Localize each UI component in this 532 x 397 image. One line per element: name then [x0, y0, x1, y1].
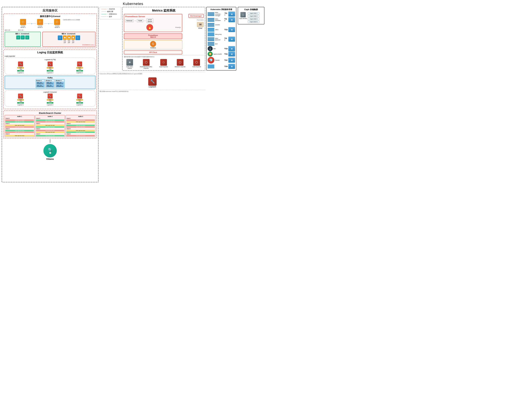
node7-icon: ▦ [228, 58, 235, 63]
logstash-big-icon: 🔧 [148, 77, 157, 86]
node8-server-icon [208, 64, 214, 68]
fluentd-annotation: 通过采集Kubernetes Node节点上的所有容器日志 [99, 90, 205, 92]
logstash-cons-icon-2: 🔧 [48, 93, 53, 99]
push-alerts-label: Push Alerts [197, 19, 204, 21]
ceph-exporter-label: Ceph-Exporter [159, 66, 168, 68]
service-icon-1: ⬡ [16, 35, 20, 39]
ceph-osd-1: Ceph OSD 1 [248, 12, 260, 14]
node5-icon: ▦ [228, 46, 235, 51]
prometheus-server-title: Prometheus Server [125, 15, 181, 18]
scheduler-label: kube-scheduler [215, 18, 224, 21]
right-area: Kubernetes 系统服务容器 kube-controller-manage… [206, 7, 264, 70]
prometheus-webui-title: PrometheusWeb UI [148, 34, 158, 38]
alertmanager-box: Alertmanager [188, 14, 204, 18]
consul-icon-3: ⬡ [54, 19, 60, 25]
consul-label-1: ConsulServer 1 [21, 25, 25, 28]
node-exporter-icon: ⬡ [193, 59, 200, 66]
doc-icon-3: 📄 [71, 35, 75, 40]
node5-label: 节点5 [224, 48, 228, 50]
legend-label-2: 服务注册 [107, 11, 113, 13]
es-node-3: node 3 shard 1 Index app1-dev-day1 Index… [66, 115, 96, 137]
metrics-left-col: Prometheus Server Retrieval → TSDB → HTT… [124, 14, 182, 54]
logstash-icon-2: 🔧 [48, 62, 53, 67]
n2-s2-i1: Index app1-dev-day1 [36, 130, 64, 131]
logstash-input-2: Input [47, 67, 54, 68]
kafka-broker-2: Broker 2 Topic: log(Partition-0L) Topic:… [46, 79, 55, 88]
redis-kafka-label: Redis/MySQL/Kafka-Exporter [140, 66, 152, 69]
broker-1-title: Broker 1 [36, 80, 44, 81]
logstash-cons-input-2: Input [47, 99, 54, 101]
consul-label-3: ConsulServer 3 [54, 25, 60, 28]
logstash-cons-2: 🔧 Input ↓ filter Output Logstash 2 [47, 93, 54, 105]
ceph-layout: ⬡ Ceph Monitor Ceph OSD 1 Ceph OSD 2 Cep… [239, 12, 263, 23]
ceph-osd-2: Ceph OSD 2 [248, 15, 260, 17]
ceph-title: Ceph 存储集群 [239, 8, 263, 11]
n2-s1-i2: Index app1-dev-day2 [36, 126, 64, 128]
logstash-icon-3: 🔧 [77, 62, 82, 67]
logstash-cons-output-3: Output [76, 102, 83, 104]
k8s-webhook-annotation: Kubernetes APIServer将警告日志通过回调发送Webhook l… [99, 72, 205, 75]
logstash-output-3: Output [76, 70, 83, 72]
kafka-broker-3: Broker 3 Topic: log(Partition-1F) Topic:… [55, 79, 65, 88]
broker-2-title: Broker 2 [46, 80, 54, 81]
node4-icon: ▦ [228, 37, 235, 42]
es-nodes-row: node 1 shard 0 Index app1-dev-day1 Index… [5, 115, 96, 137]
ceph-exporter-node: ⬡ Ceph-Exporter [159, 59, 168, 69]
k8s-row-etcd: etcd [208, 42, 235, 46]
ceph-monitor-label: Ceph Monitor [239, 18, 247, 19]
n1-s3-i1: Index app1-dev-day1 [5, 130, 34, 131]
tiller-icon: ⚓ [208, 46, 213, 51]
node6-label: 节点6 [224, 53, 228, 55]
n2-s0-i1: Index app1-dev-day1 [36, 119, 64, 121]
prometheus-pipeline: Retrieval → TSDB → HTTPServer [125, 18, 181, 23]
n3-s3-i2: Index app1-dev-day2 [66, 131, 95, 133]
controller-label: kube-controller-manager [215, 12, 224, 17]
n2-s0-i2: Index app1-dev-day2 [36, 121, 64, 123]
logstash-center-node: 🔧 Logstash [148, 77, 157, 88]
consul-icon-1: ⬡ [20, 19, 26, 25]
consumer-title: Logstash Consumer [6, 91, 94, 93]
node4-label: 节点4 [224, 37, 228, 41]
ceph-exporter-icon: ⬡ [160, 59, 167, 66]
consul-label-2: ConsulServer 2 [37, 25, 42, 28]
log4j-label: Log4j Appender [5, 55, 96, 57]
consul-note: ①发现注册到consul上的服务 [63, 19, 80, 28]
project-b-title: 项目 B（Contained） [43, 33, 95, 35]
n2-s4-i1: Index app1-dev-day2 [36, 135, 64, 136]
k8s-nodes-panel: Kubernetes 系统服务容器 kube-controller-manage… [206, 7, 236, 70]
ceph-panel: Ceph 存储集群 ⬡ Ceph Monitor Ceph OSD 1 Ceph… [238, 7, 264, 25]
k8s-row-coredns: coredns [208, 23, 235, 27]
grafana-icon: G [150, 41, 156, 47]
broker-1-topic-1: Topic: log(Partition-2L) [36, 82, 44, 84]
legend-item-4: → 监控 [101, 16, 119, 18]
calico-label: calico [215, 29, 218, 31]
pipeline-arrow-1: → [134, 19, 136, 22]
metrics-area: → 日志方向 ○ 服务注册 → 拉取Metrics → 监控 [99, 7, 205, 71]
node2-label: 节点2 [224, 18, 228, 21]
tiller-label: tiller [213, 48, 216, 50]
kafka-title: Kafka [6, 77, 95, 79]
logstash-cons-output-1: Output [17, 102, 24, 104]
ingress-label: ingress-traefik [213, 53, 222, 55]
service-icon-b1: ⬡ [58, 35, 62, 40]
page-title: Kubernetes [0, 0, 266, 7]
es-node-2-title: node 2 [36, 116, 64, 117]
project-a-services: ⬡ ⬡ ⬡ [6, 35, 40, 39]
prometheus-bottom: 🔥 PromQL [125, 24, 181, 31]
left-panel: 应用服务区 服务注册中心Consul ⬡ ConsulServer 1 ● ⬡ … [2, 7, 98, 182]
es-node-1: node 1 shard 0 Index app1-dev-day1 Index… [5, 115, 35, 137]
tsdb-box: TSDB [137, 19, 143, 22]
service-register-label: 服务注册 ↑ 服务注册 ↑ [5, 29, 96, 31]
node3-icon: ▦ [228, 27, 235, 32]
pipeline-arrow-2: → [144, 19, 146, 22]
n1-s0-i1: Index app1-dev-day1 [5, 119, 34, 121]
kube-state-icon: ☸ [126, 59, 133, 66]
broker-2-topic-1: Topic: log(Partition-0L) [46, 82, 54, 84]
kube-state-metrics-node: ☸ kube-state-metrics [126, 59, 133, 69]
apiserver-icon [208, 37, 214, 41]
n3-s1-i1: Index app1-dev-day1 [66, 119, 95, 121]
kafka-brokers: Broker 1 Topic: log(Partition-2L) Topic:… [6, 79, 95, 88]
alertmanager-title: Alertmanager [190, 15, 202, 17]
http-server-box: HTTPServer [146, 18, 153, 23]
broker-3-topic-2: Topic: log(Partition-2F) [56, 85, 64, 87]
